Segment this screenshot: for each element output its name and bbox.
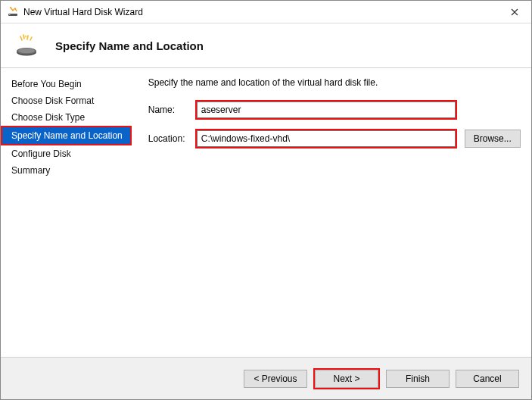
instruction-text: Specify the name and location of the vir… [148, 77, 521, 88]
wizard-icon [14, 33, 39, 58]
name-input[interactable] [197, 102, 456, 118]
sidebar-item-label: Specify Name and Location [2, 127, 130, 144]
wizard-body: Before You Begin Choose Disk Format Choo… [1, 68, 531, 356]
svg-rect-1 [9, 14, 11, 15]
name-label: Name: [148, 105, 195, 115]
wizard-header: Specify Name and Location [1, 23, 531, 67]
svg-point-2 [10, 7, 11, 8]
location-row: Location: Browse... [148, 129, 521, 148]
svg-point-6 [25, 36, 27, 38]
wizard-sidebar: Before You Begin Choose Disk Format Choo… [1, 68, 132, 356]
next-button-highlight: Next > [313, 368, 380, 389]
finish-button[interactable]: Finish [386, 370, 450, 388]
name-row: Name: [148, 100, 521, 120]
cancel-button[interactable]: Cancel [456, 370, 519, 388]
app-icon [7, 6, 19, 18]
sidebar-item-before-you-begin[interactable]: Before You Begin [1, 76, 132, 92]
wizard-footer: < Previous Next > Finish Cancel [1, 357, 531, 399]
location-label: Location: [148, 133, 195, 144]
location-field-highlight [195, 129, 457, 148]
browse-button[interactable]: Browse... [465, 130, 521, 148]
previous-button[interactable]: < Previous [244, 370, 307, 388]
name-field-highlight [195, 100, 457, 120]
svg-point-5 [18, 48, 35, 53]
location-input[interactable] [197, 130, 456, 147]
next-button[interactable]: Next > [315, 370, 378, 388]
window-title: New Virtual Hard Disk Wizard [23, 7, 143, 17]
sidebar-item-specify-name-and-location[interactable]: Specify Name and Location [1, 126, 132, 145]
wizard-content: Specify the name and location of the vir… [132, 68, 532, 356]
sidebar-item-summary[interactable]: Summary [1, 162, 132, 179]
sidebar-item-choose-disk-format[interactable]: Choose Disk Format [1, 92, 132, 109]
sidebar-item-configure-disk[interactable]: Configure Disk [1, 145, 132, 162]
sidebar-item-choose-disk-type[interactable]: Choose Disk Type [1, 109, 132, 126]
titlebar: New Virtual Hard Disk Wizard [1, 1, 531, 23]
close-button[interactable] [497, 1, 531, 23]
page-heading: Specify Name and Location [55, 39, 204, 52]
